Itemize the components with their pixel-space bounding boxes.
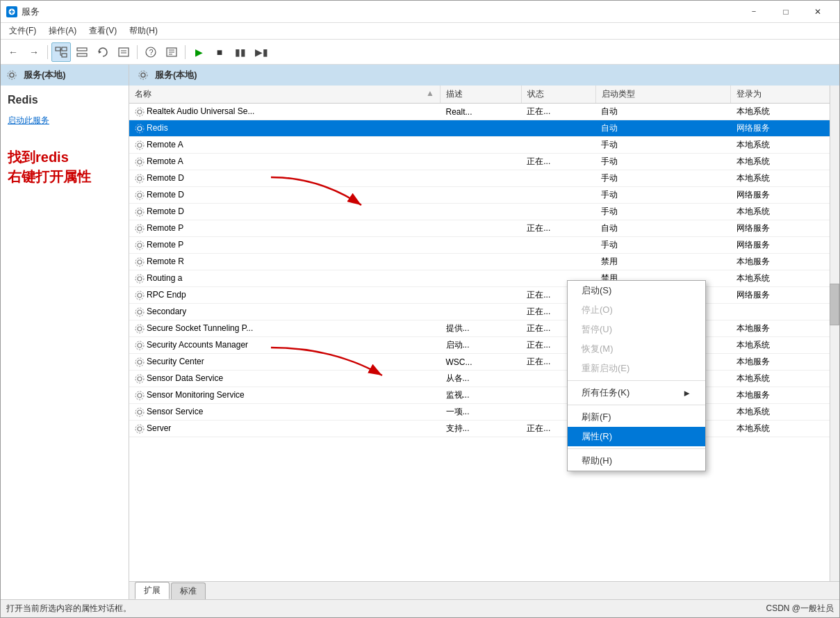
svg-point-28 <box>135 141 144 149</box>
svg-point-26 <box>135 124 144 133</box>
service-name-cell: Security Accounts Manager <box>129 337 440 354</box>
svg-point-54 <box>135 358 144 366</box>
service-desc-cell: 一项... <box>440 404 522 421</box>
service-name-cell: Sensor Service <box>129 404 440 421</box>
context-menu-item[interactable]: 属性(R) <box>568 427 705 446</box>
step-button[interactable]: ▶▮ <box>252 42 271 62</box>
context-menu-item[interactable]: 启动(S) <box>568 281 705 300</box>
play-button[interactable]: ▶ <box>189 42 208 62</box>
help-button[interactable]: ? <box>141 42 160 62</box>
service-desc-cell <box>440 204 522 220</box>
context-menu-item[interactable]: 所有任务(K)► <box>568 383 705 402</box>
back-button[interactable]: ← <box>3 42 23 62</box>
table-row[interactable]: Secondary正在...手动 <box>129 304 839 320</box>
main-area: 服务(本地) Redis 启动此服务 找到redis 右键打开属性 <box>1 65 839 599</box>
table-row[interactable]: Sensor Monitoring Service监视...手动(触发...)本… <box>129 387 839 404</box>
service-desc-cell <box>440 237 522 254</box>
menu-action[interactable]: 操作(A) <box>43 24 82 38</box>
table-row[interactable]: Remote D手动网络服务 <box>129 187 839 204</box>
maximize-button[interactable]: □ <box>770 1 802 23</box>
context-menu-separator <box>568 405 705 405</box>
show-tree-button[interactable] <box>51 42 71 62</box>
service-status-cell <box>521 170 595 187</box>
svg-rect-10 <box>119 48 129 56</box>
service-name-text: Secondary <box>147 307 186 316</box>
service-name-cell: Routing a <box>129 270 440 287</box>
table-row[interactable]: Security Accounts Manager启动...正在...自动本地系… <box>129 337 839 354</box>
table-row[interactable]: Remote P正在...自动网络服务 <box>129 220 839 237</box>
start-service-link[interactable]: 启动此服务 <box>8 115 49 125</box>
svg-point-38 <box>135 225 144 233</box>
context-menu-item: 重新启动(E) <box>568 359 705 378</box>
service-startup-cell: 手动 <box>595 137 731 154</box>
table-row[interactable]: RPC Endp正在...自动网络服务 <box>129 287 839 304</box>
context-menu-item[interactable]: 刷新(F) <box>568 407 705 427</box>
menu-help[interactable]: 帮助(H) <box>124 24 163 38</box>
service-gear-icon <box>135 157 145 167</box>
scrollbar[interactable] <box>830 86 839 581</box>
service-login-cell: 本地系统 <box>731 421 839 437</box>
service-gear-icon <box>135 374 145 384</box>
table-row[interactable]: Server支持...正在...自动(触发...)本地系统 <box>129 421 839 437</box>
service-login-cell: 本地服务 <box>731 354 839 371</box>
properties-button[interactable] <box>162 42 181 62</box>
service-gear-icon <box>135 207 145 217</box>
tab-standard[interactable]: 标准 <box>171 583 206 599</box>
service-status-cell: 正在... <box>521 104 595 120</box>
service-startup-cell: 手动 <box>595 154 731 170</box>
toolbar-separator-2 <box>137 45 138 59</box>
context-menu-separator <box>568 448 705 449</box>
svg-point-48 <box>135 308 144 316</box>
pause-button[interactable]: ▮▮ <box>231 42 250 62</box>
table-row[interactable]: Remote A手动本地系统 <box>129 137 839 154</box>
table-row[interactable]: Sensor Service一项...手动(触发...)本地系统 <box>129 404 839 421</box>
service-name-cell: Secondary <box>129 304 440 320</box>
service-name-text: Remote P <box>147 223 183 233</box>
refresh-button[interactable] <box>93 42 113 62</box>
service-name-text: Security Accounts Manager <box>147 340 248 350</box>
svg-point-25 <box>138 127 142 131</box>
right-gear-icon <box>138 70 149 81</box>
service-login-cell: 网络服务 <box>731 287 839 304</box>
menu-view[interactable]: 查看(V) <box>83 24 122 38</box>
service-name-cell: Remote A <box>129 137 440 154</box>
table-row[interactable]: Redis自动网络服务 <box>129 120 839 137</box>
toolbar-separator-3 <box>185 45 186 59</box>
table-row[interactable]: Sensor Data Service从各...手动(触发...)本地系统 <box>129 371 839 387</box>
service-desc-cell <box>440 154 522 170</box>
service-name-text: RPC Endp <box>147 290 186 300</box>
table-row[interactable]: Secure Socket Tunneling P...提供...正在...手动… <box>129 320 839 337</box>
table-row[interactable]: Routing a禁用本地系统 <box>129 270 839 287</box>
service-gear-icon <box>135 124 145 133</box>
service-login-cell: 网络服务 <box>731 120 839 137</box>
annotation-line1: 找到redis <box>8 149 69 165</box>
service-table[interactable]: 名称 ▲ 描述 状态 启动类型 登录为 Realtek Audio Univer… <box>129 86 839 581</box>
service-name-text: Redis <box>147 123 168 133</box>
minimize-button[interactable]: － <box>738 1 770 23</box>
forward-button[interactable]: → <box>24 42 44 62</box>
stop-button[interactable]: ■ <box>210 42 229 62</box>
scrollbar-thumb[interactable] <box>830 284 839 325</box>
tab-extend[interactable]: 扩展 <box>135 582 170 599</box>
bottom-tabs: 扩展 标准 <box>129 581 839 599</box>
table-row[interactable]: Remote D手动本地系统 <box>129 170 839 187</box>
close-button[interactable]: ✕ <box>802 1 834 23</box>
svg-point-33 <box>138 193 142 197</box>
table-row[interactable]: Remote D手动本地系统 <box>129 204 839 220</box>
table-row[interactable]: Security CenterWSC...正在...自动(延迟...)本地服务 <box>129 354 839 371</box>
service-gear-icon <box>135 307 145 317</box>
service-desc-cell: 从各... <box>440 371 522 387</box>
menu-file[interactable]: 文件(F) <box>3 24 42 38</box>
table-row[interactable]: Remote A正在...手动本地系统 <box>129 154 839 170</box>
sidebar-service-name: Redis <box>8 94 122 106</box>
table-row[interactable]: Remote P手动网络服务 <box>129 237 839 254</box>
table-row[interactable]: Remote R禁用本地服务 <box>129 254 839 270</box>
service-login-cell: 本地系统 <box>731 204 839 220</box>
service-gear-icon <box>135 357 145 367</box>
list-view-button[interactable] <box>72 42 92 62</box>
context-menu-item[interactable]: 帮助(H) <box>568 451 705 471</box>
svg-point-61 <box>138 427 142 431</box>
service-name-text: Remote P <box>147 240 183 250</box>
table-row[interactable]: Realtek Audio Universal Se...Realt...正在.… <box>129 104 839 120</box>
export-button[interactable] <box>114 42 133 62</box>
